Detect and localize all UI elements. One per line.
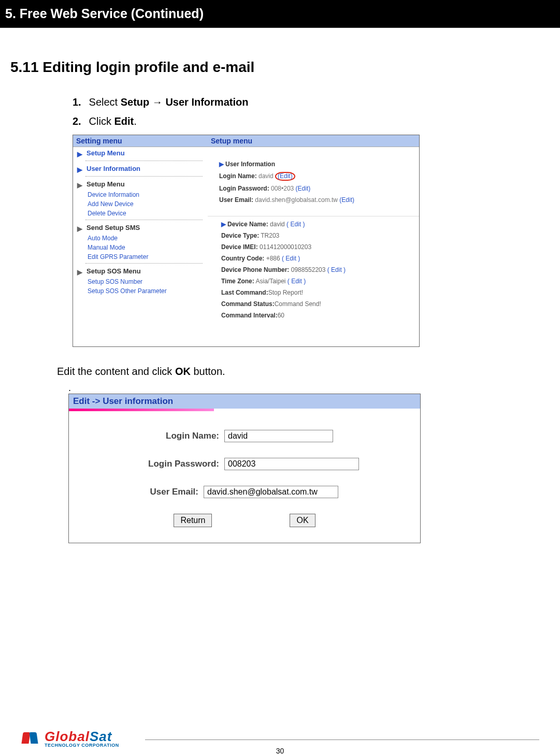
device-type-row: Device Type: TR203 — [221, 232, 414, 239]
triangle-icon: ▶ — [77, 225, 82, 233]
time-zone-row: Time Zone: Asia/Taipei ( Edit ) — [221, 278, 414, 285]
logo-tagline: TECHNOLOGY CORPORATION — [45, 743, 119, 748]
login-password-row: Login Password: 008•203 (Edit) — [219, 185, 413, 192]
step-1: 1. Select Setup → User Information — [73, 96, 550, 108]
page-number: 30 — [276, 747, 284, 754]
step-2-text-pre: Click — [89, 115, 114, 127]
leading-dot: . — [68, 383, 71, 394]
command-status-row: Command Status:Command Send! — [221, 300, 414, 308]
login-name-input[interactable] — [224, 430, 333, 442]
triangle-icon: ▶ — [77, 268, 82, 276]
arrow-icon: → — [152, 96, 163, 108]
device-imei-row: Device IMEI: 011412000010203 — [221, 243, 414, 251]
submenu-edit-gprs[interactable]: Edit GPRS Parameter — [88, 252, 208, 262]
step-2-number: 2. — [73, 115, 86, 127]
submenu-sos-number[interactable]: Setup SOS Number — [88, 277, 208, 286]
user-email-row: User Email: david.shen@globalsat.com.tw … — [219, 196, 413, 204]
footer-line — [145, 740, 539, 740]
menu-setup-menu-2[interactable]: ▶Setup Menu — [73, 178, 208, 190]
edit-login-name-link[interactable]: (Edit) — [278, 172, 293, 180]
submenu-device-information[interactable]: Device Information — [88, 190, 208, 199]
globalsat-logo: GlobalSat TECHNOLOGY CORPORATION — [21, 728, 119, 749]
triangle-icon: ▶ — [77, 150, 82, 158]
edit-link-highlight: (Edit) — [275, 172, 295, 181]
menu-setup-sos[interactable]: ▶Setup SOS Menu — [73, 265, 208, 277]
country-code-row: Country Code: +886 ( Edit ) — [221, 255, 414, 262]
login-password-label: Login Password: — [84, 459, 224, 469]
edit-time-zone-link[interactable]: ( Edit ) — [288, 278, 306, 285]
triangle-icon: ▶ — [77, 181, 82, 189]
edit-country-code-link[interactable]: ( Edit ) — [282, 255, 300, 262]
triangle-icon: ▶ — [221, 221, 226, 228]
login-password-input[interactable] — [224, 458, 359, 470]
last-command-row: Last Command:Stop Report! — [221, 289, 414, 296]
edit-content-instruction: Edit the content and click OK button. — [57, 366, 550, 378]
step-2: 2. Click Edit. — [73, 115, 550, 127]
logo-text-global: Global — [45, 729, 90, 744]
step-1-number: 1. — [73, 96, 86, 108]
submenu-manual-mode[interactable]: Manual Mode — [88, 243, 208, 252]
submenu-sos-other[interactable]: Setup SOS Other Parameter — [88, 286, 208, 296]
edit-device-name-link[interactable]: ( Edit ) — [286, 221, 305, 228]
steps-list: 1. Select Setup → User Information 2. Cl… — [73, 96, 550, 127]
submenu-auto-mode[interactable]: Auto Mode — [88, 234, 208, 243]
left-panel-header: Setting menu — [73, 135, 208, 147]
step-1-text-pre: Select — [89, 96, 121, 108]
user-info-header: ▶User Information — [219, 161, 413, 168]
edit-phone-link[interactable]: ( Edit ) — [327, 266, 346, 273]
login-name-row: Login Name: david (Edit) — [219, 172, 413, 181]
submenu-delete-device[interactable]: Delete Device — [88, 209, 208, 218]
triangle-icon: ▶ — [219, 161, 224, 168]
device-phone-row: Device Phone Number: 0988552203 ( Edit ) — [221, 266, 414, 273]
right-panel-header: Setup menu — [208, 135, 419, 147]
menu-setup-menu[interactable]: ▶Setup Menu — [73, 147, 208, 159]
logo-icon — [21, 728, 41, 749]
user-email-label: User Email: — [84, 487, 204, 497]
step-2-text-post: . — [134, 115, 137, 127]
edit-login-password-link[interactable]: (Edit) — [296, 185, 311, 192]
step-1-bold-setup: Setup — [121, 96, 152, 108]
screenshot-edit-user-info: Edit -> User information Login Name: Log… — [68, 394, 421, 543]
edit-panel-header: Edit -> User information — [69, 394, 420, 409]
return-button[interactable]: Return — [174, 514, 212, 527]
menu-send-setup-sms[interactable]: ▶Send Setup SMS — [73, 222, 208, 234]
ok-button[interactable]: OK — [290, 514, 315, 527]
section-title: 5.11 Editing login profile and e-mail — [10, 59, 550, 76]
login-name-label: Login Name: — [84, 431, 224, 441]
logo-text-sat: Sat — [90, 729, 112, 744]
chapter-header: 5. Free Web Service (Continued) — [0, 0, 560, 28]
submenu-add-new-device[interactable]: Add New Device — [88, 199, 208, 209]
step-2-bold-edit: Edit — [114, 115, 134, 127]
triangle-icon: ▶ — [77, 166, 82, 173]
menu-user-information[interactable]: ▶User Information — [73, 163, 208, 175]
device-name-row: ▶Device Name: david ( Edit ) — [221, 221, 414, 228]
screenshot-setup-menu: Setting menu ▶Setup Menu ▶User Informati… — [73, 135, 420, 347]
command-interval-row: Command Interval:60 — [221, 312, 414, 319]
user-email-input[interactable] — [204, 486, 338, 498]
step-1-bold-userinfo: User Information — [165, 96, 248, 108]
edit-user-email-link[interactable]: (Edit) — [339, 196, 354, 204]
